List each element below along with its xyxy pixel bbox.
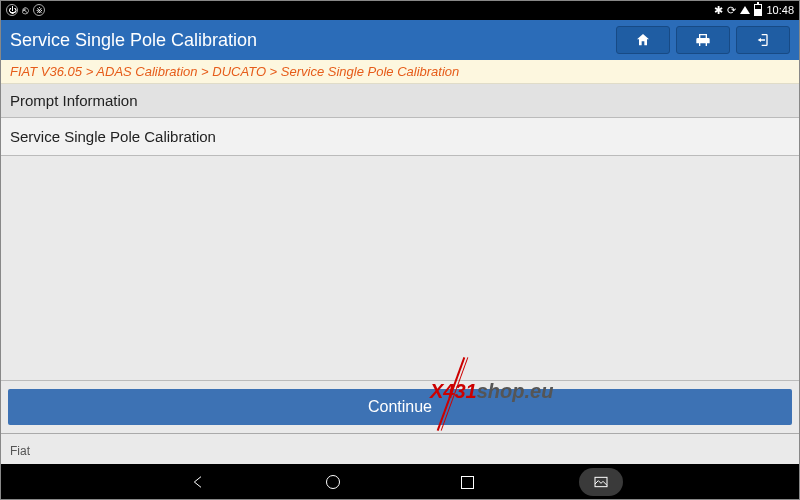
print-icon xyxy=(695,32,711,48)
rotate-icon: ⟳ xyxy=(727,4,736,17)
screenshot-button[interactable] xyxy=(579,468,623,496)
app-title-bar: Service Single Pole Calibration xyxy=(0,20,800,60)
status-icon: ※ xyxy=(33,4,45,16)
android-status-bar: ⏻ ⎋ ※ ✱ ⟳ 10:48 xyxy=(0,0,800,20)
circle-icon xyxy=(326,475,340,489)
recent-apps-button[interactable] xyxy=(445,468,489,496)
wifi-icon xyxy=(740,6,750,14)
prompt-header: Prompt Information xyxy=(0,84,800,118)
main-content: Prompt Information Service Single Pole C… xyxy=(0,84,800,464)
usb-icon: ⎋ xyxy=(22,4,29,16)
action-row: Continue xyxy=(0,381,800,433)
status-right-icons: ✱ ⟳ 10:48 xyxy=(714,4,794,17)
status-icon: ⏻ xyxy=(6,4,18,16)
bluetooth-icon: ✱ xyxy=(714,4,723,17)
list-item[interactable]: Service Single Pole Calibration xyxy=(0,118,800,156)
exit-icon xyxy=(755,32,771,48)
exit-button[interactable] xyxy=(736,26,790,54)
square-icon xyxy=(461,476,474,489)
breadcrumb: FIAT V36.05 > ADAS Calibration > DUCATO … xyxy=(0,60,800,84)
breadcrumb-text: FIAT V36.05 > ADAS Calibration > DUCATO … xyxy=(10,64,459,79)
footer-brand: Fiat xyxy=(0,433,800,464)
continue-button[interactable]: Continue xyxy=(8,389,792,425)
image-icon xyxy=(593,474,609,490)
status-left-icons: ⏻ ⎋ ※ xyxy=(6,4,45,16)
page-title: Service Single Pole Calibration xyxy=(10,30,610,51)
home-nav-button[interactable] xyxy=(311,468,355,496)
back-button[interactable] xyxy=(177,468,221,496)
empty-area xyxy=(0,156,800,381)
back-icon xyxy=(191,474,207,490)
android-nav-bar xyxy=(0,464,800,500)
battery-icon xyxy=(754,4,762,16)
home-button[interactable] xyxy=(616,26,670,54)
print-button[interactable] xyxy=(676,26,730,54)
home-icon xyxy=(635,32,651,48)
status-time: 10:48 xyxy=(766,4,794,16)
